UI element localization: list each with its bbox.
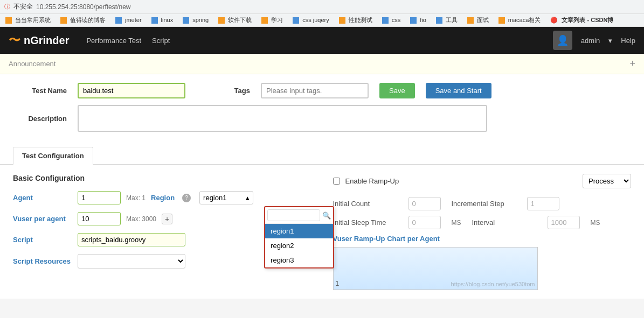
save-start-button[interactable]: Save and Start [426, 83, 491, 98]
dropdown-item-region2[interactable]: region2 [265, 238, 333, 253]
vuser-label: Vuser per agent [13, 215, 72, 223]
navbar-caret[interactable]: ▾ [608, 37, 612, 45]
dropdown-item-region3[interactable]: region3 [265, 253, 333, 267]
navbar: 〜 nGrinder Performance Test Script 👤 adm… [0, 27, 644, 54]
help-link[interactable]: Help [621, 37, 635, 45]
script-label: Script [13, 236, 72, 244]
logo-wave: 〜 [9, 32, 20, 48]
description-input[interactable] [78, 105, 487, 132]
script-input[interactable] [78, 233, 185, 246]
test-name-row: Test Name Tags Save Save and Start [13, 83, 631, 98]
user-dropdown[interactable]: admin [581, 37, 600, 45]
region-help-icon: ? [182, 194, 191, 202]
bookmark-item[interactable]: 软件下载 [216, 15, 256, 25]
bookmark-item[interactable]: 面试 [465, 15, 493, 25]
agent-input[interactable] [78, 191, 121, 204]
incremental-step-input[interactable] [527, 197, 559, 210]
ramp-up-config: Enable Ramp-Up Process Initial Count Inc… [333, 174, 632, 290]
vuser-plus-button[interactable]: + [162, 214, 172, 224]
dropdown-search-input[interactable] [267, 209, 320, 221]
initial-count-input[interactable] [408, 197, 441, 210]
main-content: Announcement + Test Name Tags Save Save … [0, 54, 644, 299]
bookmark-item[interactable]: spring [181, 16, 213, 25]
initial-count-label: Initial Count [333, 200, 398, 208]
initial-sleep-input[interactable] [408, 216, 441, 229]
interval-input[interactable] [548, 216, 580, 229]
initial-count-row: Initial Count Incremental Step [333, 197, 632, 210]
enable-ramp-up-label: Enable Ramp-Up [345, 177, 399, 185]
dropdown-search-row: 🔍 [265, 207, 333, 224]
nav-links: Performance Test Script [85, 34, 171, 47]
agent-row: Agent Max: 1 Region ? region1 ▴ 🔍 [13, 191, 311, 204]
announcement-bar: Announcement + [0, 54, 644, 74]
description-row: Description [13, 105, 631, 132]
region-value: region1 [203, 194, 226, 202]
tags-label: Tags [196, 87, 250, 95]
basic-config: Basic Configuration Agent Max: 1 Region … [13, 174, 311, 290]
bookmark-item[interactable]: 学习 [259, 15, 287, 25]
chart-number: 1 [336, 280, 340, 287]
interval-label: Interval [472, 218, 537, 227]
bookmark-item[interactable]: 性能测试 [337, 15, 377, 25]
script-resources-select[interactable] [78, 254, 185, 268]
basic-config-title: Basic Configuration [13, 174, 311, 182]
form-area: Test Name Tags Save Save and Start Descr… [0, 74, 644, 143]
announcement-add-icon[interactable]: + [629, 58, 635, 69]
bookmark-item[interactable]: 工具 [434, 15, 462, 25]
security-icon: ⓘ [4, 3, 10, 11]
nav-performance-test[interactable]: Performance Test [85, 34, 142, 47]
process-select[interactable]: Process [583, 174, 631, 188]
bookmark-item[interactable]: 值得读的博客 [58, 15, 110, 25]
bookmark-item[interactable]: 🔴 文章列表 - CSDN博 [548, 15, 618, 25]
region-container: region1 ▴ 🔍 region1 region2 region3 [199, 191, 253, 204]
region-caret: ▴ [246, 194, 250, 202]
bookmark-item[interactable]: 当当常用系统 [3, 15, 55, 25]
config-section: Basic Configuration Agent Max: 1 Region … [0, 165, 644, 299]
save-button[interactable]: Save [379, 83, 415, 98]
region-dropdown: 🔍 region1 region2 region3 [264, 206, 334, 268]
region-label: Region [151, 194, 175, 202]
bookmark-item[interactable]: css juqery [290, 16, 334, 25]
bookmark-item[interactable]: jmeter [113, 16, 146, 25]
url-bar[interactable]: 10.255.254.25:8080/perftest/new [36, 3, 130, 11]
bookmark-item[interactable]: linux [149, 16, 178, 25]
enable-ramp-up-checkbox[interactable] [333, 178, 340, 185]
chart-title: Vuser Ramp-Up Chart per Agent [333, 235, 632, 243]
agent-max: Max: 1 [126, 194, 146, 202]
test-name-label: Test Name [13, 87, 67, 95]
announcement-label: Announcement [9, 60, 56, 68]
vuser-input[interactable] [78, 212, 121, 225]
search-icon: 🔍 [322, 211, 331, 220]
navbar-right: 👤 admin ▾ Help [553, 31, 635, 50]
ramp-up-header: Enable Ramp-Up Process [333, 174, 632, 188]
dropdown-item-region1[interactable]: region1 [265, 224, 333, 238]
user-avatar: 👤 [553, 31, 572, 50]
bookmark-item[interactable]: macaca相关 [496, 15, 545, 25]
tab-test-configuration[interactable]: Test Configuration [13, 147, 93, 165]
region-select[interactable]: region1 ▴ [199, 191, 253, 204]
security-label: 不安全 [13, 2, 33, 11]
test-name-input[interactable] [78, 83, 185, 98]
tabs: Test Configuration [0, 147, 644, 165]
vuser-max: Max: 3000 [126, 215, 156, 223]
incremental-step-label: Incremental Step [452, 200, 516, 208]
description-label: Description [13, 115, 67, 123]
script-resources-label: Script Resources [13, 257, 72, 265]
nav-script[interactable]: Script [151, 34, 171, 47]
initial-sleep-row: Initial Sleep Time MS Interval MS [333, 216, 632, 229]
agent-label: Agent [13, 194, 72, 202]
logo: 〜 nGrinder [9, 32, 69, 48]
browser-bar: ⓘ 不安全 10.255.254.25:8080/perftest/new [0, 0, 644, 14]
initial-sleep-unit: MS [452, 219, 461, 227]
interval-unit: MS [591, 219, 600, 227]
initial-sleep-label: Initial Sleep Time [333, 218, 398, 227]
tags-input[interactable] [261, 83, 369, 98]
logo-text: nGrinder [24, 34, 69, 47]
chart-watermark: https://blog.csdn.net/yue530tom [451, 281, 535, 287]
bookmark-item[interactable]: css [380, 16, 405, 25]
vuser-ramp-up-chart: 1 https://blog.csdn.net/yue530tom [333, 247, 538, 290]
bookmarks-bar: 当当常用系统 值得读的博客 jmeter linux spring 软件下载 学… [0, 14, 644, 27]
bookmark-item[interactable]: fio [408, 16, 431, 25]
